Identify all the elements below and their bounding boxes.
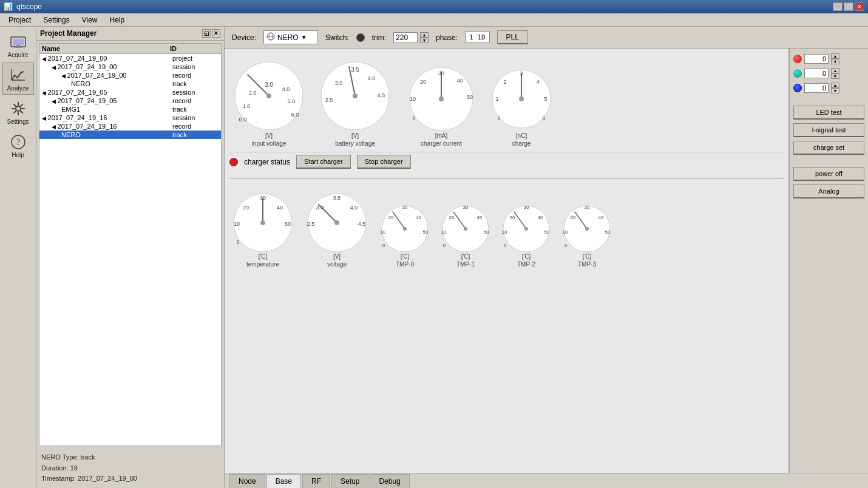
titlebar-controls: _ □ ✕ [833,2,864,11]
project-panel-title: Project Manager [40,29,97,38]
tree-row[interactable]: ◀ 2017_07_24_19_16session [39,114,221,122]
menu-project[interactable]: Project [2,15,37,25]
tree-cell-name: ◀ 2017_07_24_19_16 [39,123,172,130]
input-voltage-unit: [V] [265,132,273,139]
charge-set-button[interactable]: charge set [793,141,864,155]
panel-restore-button[interactable]: ◱ [202,29,211,38]
tree-row[interactable]: NEROtrack [39,130,221,139]
maximize-button[interactable]: □ [844,2,853,11]
svg-text:?: ? [16,138,19,147]
tree-header: Name ID [39,44,221,54]
svg-text:30: 30 [524,205,529,210]
ctrl-up-red[interactable]: ▲ [831,53,839,59]
tree-cell-id: session [172,114,221,121]
gauges-area: 3.0 2.0 4.0 1.0 5.0 0.0 6.0 [V] input vo… [225,49,868,473]
svg-text:40: 40 [598,215,604,220]
analog-button[interactable]: Analog [793,185,864,198]
dropdown-arrow-icon: ▼ [301,34,307,41]
tree-row[interactable]: ◀ 2017_07_24_19_05record [39,97,221,105]
svg-text:0: 0 [412,115,415,121]
led-test-button[interactable]: LED test [793,106,864,120]
svg-text:20: 20 [243,205,249,211]
stop-charger-button[interactable]: Stop charger [357,155,411,169]
tree-row[interactable]: ◀ 2017_07_24_19_00record [39,71,221,80]
tab-setup[interactable]: Setup [331,474,368,488]
svg-text:0: 0 [236,239,239,245]
tab-rf[interactable]: RF [302,474,330,488]
tab-node[interactable]: Node [229,474,265,488]
temperature-unit: ['C] [259,253,268,260]
tmp3-label: TMP-3 [578,261,596,268]
close-button[interactable]: ✕ [855,2,864,11]
sidebar-item-acquire[interactable]: Acquire [2,29,34,61]
pll-button[interactable]: PLL [497,30,528,44]
help-icon: ? [8,132,28,152]
gauge-voltage-r2: 3.5 3.0 4.0 2.5 4.5 [V] voltage [303,186,370,268]
tab-base[interactable]: Base [266,474,301,488]
tree-row[interactable]: NEROtrack [39,80,221,88]
info-line3: Timestamp: 2017_07_24_19_00 [41,473,219,484]
svg-text:0: 0 [504,243,507,248]
gauge-battery-voltage: 3.5 3.0 4.0 2.5 4.5 [V] battery voltage [316,53,395,147]
i-signal-test-button[interactable]: I-signal test [793,123,864,137]
tree-cell-name: ◀ 2017_07_24_19_00 [39,63,172,70]
trim-up-button[interactable]: ▲ [420,32,429,38]
ctrl-down-blue[interactable]: ▼ [831,88,839,93]
svg-point-86 [524,227,528,231]
sidebar-item-help[interactable]: ? Help [2,129,34,161]
ctrl-up-blue[interactable]: ▲ [831,83,839,88]
gauges-row1: 3.0 2.0 4.0 1.0 5.0 0.0 6.0 [V] input vo… [229,53,784,147]
power-off-button[interactable]: power off [793,167,864,181]
trim-label: trim: [372,33,386,42]
project-panel: Project Manager ◱ ✕ Name ID ◀ 2017_07_24… [36,27,225,488]
svg-text:20: 20 [420,79,426,85]
panel-header-buttons: ◱ ✕ [202,29,220,38]
main-layout: Acquire Analyze Settings [0,27,868,488]
svg-text:10: 10 [441,229,447,235]
svg-point-68 [403,227,407,231]
trim-spin: ▲ ▼ [420,32,429,43]
spacer2 [793,158,864,163]
minimize-button[interactable]: _ [833,2,843,11]
gauge-charger-current: 30 20 40 10 50 0 [mA] charger current [402,59,481,147]
ctrl-down-teal[interactable]: ▼ [831,73,839,79]
tab-debug[interactable]: Debug [370,474,409,488]
start-charger-button[interactable]: Start charger [296,155,351,169]
tree-row[interactable]: EMG1track [39,105,221,114]
trim-input[interactable] [393,32,418,43]
tree-cell-id: track [172,131,221,138]
spacer1 [793,97,864,102]
tree-row[interactable]: ◀ 2017_07_24_19_16record [39,122,221,130]
ctrl-down-red[interactable]: ▼ [831,59,839,64]
svg-text:1.0: 1.0 [243,103,251,109]
tmp0-label: TMP-0 [396,261,414,268]
tree-row[interactable]: ◀ 2017_07_24_19_00session [39,63,221,71]
device-name: NERO [277,33,299,42]
svg-text:40: 40 [477,215,483,220]
switch-indicator[interactable] [356,33,365,42]
tree-cell-name: NERO [39,80,172,87]
battery-voltage-label: battery voltage [335,140,375,147]
trim-down-button[interactable]: ▼ [420,38,429,43]
sidebar-item-analyze[interactable]: Analyze [2,63,34,95]
svg-rect-2 [16,45,20,47]
ctrl-input-red[interactable] [804,54,829,64]
tree-row[interactable]: ◀ 2017_07_24_19_00project [39,54,221,63]
menu-settings[interactable]: Settings [37,15,75,25]
svg-text:40: 40 [277,205,283,211]
input-voltage-gauge: 3.0 2.0 4.0 1.0 5.0 0.0 6.0 [229,53,308,132]
charger-row: charger status Start charger Stop charge… [229,152,784,171]
panel-close-button[interactable]: ✕ [212,29,220,38]
sidebar-item-settings[interactable]: Settings [2,96,34,128]
charger-status-label: charger status [244,158,290,166]
menu-help[interactable]: Help [104,15,131,25]
device-dropdown[interactable]: NERO ▼ [263,30,318,44]
tree-row[interactable]: ◀ 2017_07_24_19_05session [39,88,221,97]
info-line2: Duration: 19 [41,463,219,474]
ctrl-input-blue[interactable] [804,83,829,93]
ctrl-up-teal[interactable]: ▲ [831,68,839,73]
menu-view[interactable]: View [76,15,104,25]
ctrl-dot-red [793,55,802,63]
ctrl-input-teal[interactable] [804,69,829,78]
phase-value: 1 1D [465,32,490,43]
